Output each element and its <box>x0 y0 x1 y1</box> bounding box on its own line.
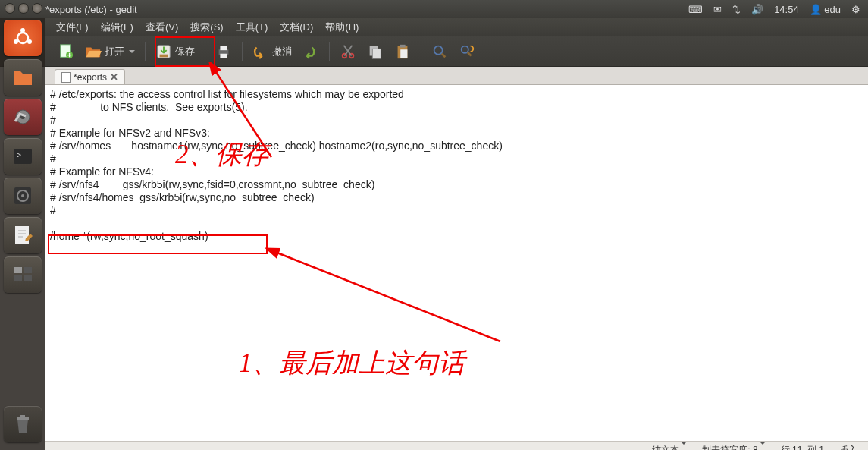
window-maximize-button[interactable] <box>32 3 42 14</box>
user-menu[interactable]: 👤 edu <box>810 4 841 15</box>
file-icon <box>61 72 71 83</box>
launcher-workspace-icon[interactable] <box>4 256 42 293</box>
svg-rect-29 <box>24 267 32 273</box>
status-language[interactable]: 纯文本 <box>652 444 687 450</box>
status-bar: 纯文本 制表符宽度: 8 行 11, 列 1 插入 <box>45 441 868 450</box>
svg-point-17 <box>20 28 25 33</box>
dash-home-icon[interactable] <box>4 20 42 56</box>
svg-rect-13 <box>400 49 407 58</box>
annotation-text-2: 2、保存 <box>175 137 268 172</box>
new-document-button[interactable] <box>53 41 79 62</box>
replace-button[interactable] <box>454 41 480 62</box>
launcher-vault-icon[interactable] <box>4 178 42 214</box>
launcher-trash-icon[interactable] <box>4 406 42 442</box>
window-minimize-button[interactable] <box>18 3 29 14</box>
launcher-gedit-icon[interactable] <box>4 217 42 253</box>
launcher-terminal-icon[interactable]: >_ <box>4 138 42 175</box>
svg-rect-27 <box>15 226 29 244</box>
status-insert-mode: 插入 <box>839 444 857 450</box>
tab-close-icon[interactable]: ✕ <box>110 71 118 83</box>
menu-help[interactable]: 帮助(H) <box>319 18 365 36</box>
toolbar: 打开 保存 撤消 <box>0 36 868 67</box>
open-button[interactable]: 打开 <box>80 41 139 62</box>
svg-rect-6 <box>220 53 227 58</box>
svg-point-18 <box>27 39 32 44</box>
cut-button[interactable] <box>335 41 361 62</box>
document-tab[interactable]: *exports ✕ <box>55 69 125 84</box>
unity-launcher: >_ <box>0 18 45 450</box>
system-gear-icon[interactable]: ⚙ <box>851 4 860 15</box>
text-editor-area[interactable]: # /etc/exports: the access control list … <box>45 85 868 441</box>
annotation-text-1: 1、最后加上这句话 <box>239 345 465 381</box>
status-cursor-pos: 行 11, 列 1 <box>781 444 824 450</box>
window-close-button[interactable] <box>5 3 15 14</box>
mail-icon[interactable]: ✉ <box>713 4 722 15</box>
chevron-down-icon <box>760 442 766 450</box>
chevron-down-icon <box>681 442 687 450</box>
menu-file[interactable]: 文件(F) <box>50 18 95 36</box>
launcher-settings-icon[interactable] <box>4 99 42 135</box>
svg-point-14 <box>434 46 443 54</box>
network-icon[interactable]: ⇅ <box>732 4 741 15</box>
svg-rect-32 <box>17 417 29 420</box>
svg-rect-12 <box>400 44 405 47</box>
svg-point-19 <box>14 39 18 44</box>
menu-bar: 文件(F) 编辑(E) 查看(V) 搜索(S) 工具(T) 文档(D) 帮助(H… <box>0 18 868 36</box>
top-panel: *exports (/etc) - gedit ⌨ ✉ ⇅ 🔊 14:54 👤 … <box>0 0 868 18</box>
svg-point-16 <box>17 33 28 43</box>
window-title: *exports (/etc) - gedit <box>45 4 688 15</box>
launcher-files-icon[interactable] <box>4 59 42 96</box>
tab-title: *exports <box>74 72 107 83</box>
svg-text:>_: >_ <box>17 151 26 159</box>
svg-rect-31 <box>24 275 32 281</box>
svg-rect-5 <box>220 46 227 49</box>
redo-button[interactable] <box>298 41 324 62</box>
menu-tools[interactable]: 工具(T) <box>230 18 274 36</box>
status-tab-width[interactable]: 制表符宽度: 8 <box>702 444 765 450</box>
paste-button[interactable] <box>390 41 415 62</box>
tab-strip: *exports ✕ <box>45 67 868 85</box>
svg-point-26 <box>21 194 24 197</box>
menu-documents[interactable]: 文档(D) <box>274 18 319 36</box>
annotation-box-line <box>48 234 268 254</box>
copy-button[interactable] <box>362 41 388 62</box>
menu-search[interactable]: 搜索(S) <box>184 18 229 36</box>
volume-icon[interactable]: 🔊 <box>751 4 763 15</box>
svg-rect-10 <box>372 49 381 58</box>
svg-rect-33 <box>20 415 25 417</box>
svg-point-15 <box>462 46 468 52</box>
svg-rect-30 <box>14 275 22 281</box>
clock-time[interactable]: 14:54 <box>774 4 799 15</box>
undo-button[interactable]: 撤消 <box>248 41 296 62</box>
annotation-box-save <box>155 36 215 67</box>
menu-view[interactable]: 查看(V) <box>139 18 184 36</box>
menu-edit[interactable]: 编辑(E) <box>95 18 139 36</box>
find-button[interactable] <box>427 41 453 62</box>
svg-rect-28 <box>14 267 22 273</box>
chevron-down-icon[interactable] <box>129 50 135 53</box>
keyboard-icon[interactable]: ⌨ <box>688 4 703 15</box>
